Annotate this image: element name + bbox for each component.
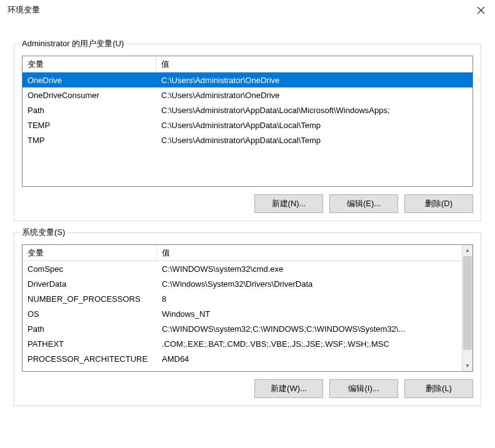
cell-value: 8 (157, 294, 462, 304)
table-row[interactable]: PathC:\WINDOWS\system32;C:\WINDOWS;C:\WI… (22, 321, 462, 336)
table-row[interactable]: OneDriveC:\Users\Administrator\OneDrive (22, 72, 472, 87)
cell-value: .COM;.EXE;.BAT;.CMD;.VBS;.VBE;.JS;.JSE;.… (157, 339, 462, 349)
cell-variable: OneDriveConsumer (22, 91, 156, 100)
table-row[interactable]: PathC:\Users\Administrator\AppData\Local… (22, 102, 472, 117)
system-vars-rows: ComSpecC:\WINDOWS\system32\cmd.exeDriver… (22, 261, 462, 366)
cell-value: C:\Users\Administrator\AppData\Local\Tem… (156, 121, 472, 130)
system-vars-group: 系统变量(S) 变量 值 ComSpecC:\WINDOWS\system32\… (14, 232, 481, 406)
cell-variable: DriverData (22, 279, 157, 289)
system-vars-list[interactable]: 变量 值 ComSpecC:\WINDOWS\system32\cmd.exeD… (22, 244, 473, 372)
close-icon (478, 7, 484, 14)
window-title: 环境变量 (8, 4, 40, 16)
user-vars-buttons: 新建(N)... 编辑(E)... 删除(D) (22, 194, 473, 213)
cell-variable: Path (22, 324, 157, 334)
cell-value: C:\Users\Administrator\AppData\Local\Tem… (156, 136, 472, 145)
cell-variable: TEMP (22, 121, 156, 130)
system-new-button[interactable]: 新建(W)... (254, 379, 323, 398)
cell-value: C:\WINDOWS\system32;C:\WINDOWS;C:\WINDOW… (157, 324, 462, 334)
user-vars-list[interactable]: 变量 值 OneDriveC:\Users\Administrator\OneD… (22, 56, 473, 187)
table-row[interactable]: ComSpecC:\WINDOWS\system32\cmd.exe (22, 261, 462, 276)
cell-variable: OS (22, 309, 157, 319)
close-button[interactable] (466, 0, 495, 20)
table-row[interactable]: NUMBER_OF_PROCESSORS8 (22, 291, 462, 306)
cell-variable: PROCESSOR_ARCHITECTURE (22, 354, 157, 364)
cell-value: C:\Users\Administrator\AppData\Local\Mic… (156, 106, 472, 115)
system-delete-button[interactable]: 删除(L) (404, 379, 473, 398)
cell-value: C:\Windows\System32\Drivers\DriverData (157, 279, 462, 289)
cell-value: C:\Users\Administrator\OneDrive (156, 76, 472, 85)
cell-variable: OneDrive (22, 76, 156, 85)
user-vars-header[interactable]: 变量 值 (22, 56, 472, 72)
cell-variable: TMP (22, 136, 156, 145)
col-variable[interactable]: 变量 (22, 245, 157, 261)
cell-value: C:\Users\Administrator\OneDrive (156, 91, 472, 100)
col-value[interactable]: 值 (156, 56, 472, 72)
system-edit-button[interactable]: 编辑(I)... (329, 379, 398, 398)
cell-value: Windows_NT (157, 309, 462, 319)
table-row[interactable]: PROCESSOR_ARCHITECTUREAMD64 (22, 351, 462, 366)
table-row[interactable]: OSWindows_NT (22, 306, 462, 321)
user-delete-button[interactable]: 删除(D) (404, 194, 473, 213)
table-row[interactable]: DriverDataC:\Windows\System32\Drivers\Dr… (22, 276, 462, 291)
table-row[interactable]: TEMPC:\Users\Administrator\AppData\Local… (22, 117, 472, 132)
table-row[interactable]: PATHEXT.COM;.EXE;.BAT;.CMD;.VBS;.VBE;.JS… (22, 336, 462, 351)
cell-value: C:\WINDOWS\system32\cmd.exe (157, 264, 462, 274)
titlebar: 环境变量 (0, 0, 495, 20)
system-vars-header[interactable]: 变量 值 (22, 245, 462, 261)
user-edit-button[interactable]: 编辑(E)... (329, 194, 398, 213)
system-vars-buttons: 新建(W)... 编辑(I)... 删除(L) (22, 379, 473, 398)
user-vars-legend: Administrator 的用户变量(U) (19, 38, 126, 49)
scrollbar-thumb[interactable] (463, 256, 472, 350)
table-row[interactable]: OneDriveConsumerC:\Users\Administrator\O… (22, 87, 472, 102)
user-vars-rows: OneDriveC:\Users\Administrator\OneDriveO… (22, 72, 472, 147)
table-row[interactable]: TMPC:\Users\Administrator\AppData\Local\… (22, 132, 472, 147)
col-variable[interactable]: 变量 (22, 56, 156, 72)
cell-variable: NUMBER_OF_PROCESSORS (22, 294, 157, 304)
system-vars-legend: 系统变量(S) (19, 227, 68, 238)
scrollbar[interactable]: ▲ ▼ (462, 245, 472, 371)
dialog-body: Administrator 的用户变量(U) 变量 值 OneDriveC:\U… (0, 20, 495, 412)
cell-variable: ComSpec (22, 264, 157, 274)
cell-variable: PATHEXT (22, 339, 157, 349)
col-value[interactable]: 值 (157, 245, 462, 261)
scroll-up-icon[interactable]: ▲ (462, 245, 472, 256)
user-vars-group: Administrator 的用户变量(U) 变量 值 OneDriveC:\U… (14, 44, 481, 221)
scroll-down-icon[interactable]: ▼ (462, 361, 472, 371)
user-new-button[interactable]: 新建(N)... (254, 194, 323, 213)
cell-variable: Path (22, 106, 156, 115)
cell-value: AMD64 (157, 354, 462, 364)
